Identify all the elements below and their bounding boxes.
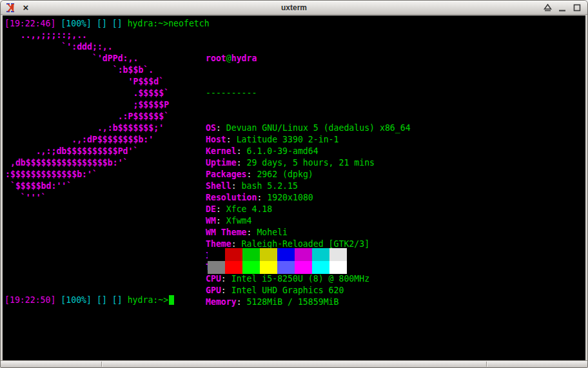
info-label: Kernel (206, 146, 237, 156)
info-label: Packages (206, 169, 247, 179)
info-value: Devuan GNU/Linux 5 (daedalus) x86_64 (221, 123, 411, 133)
palette-swatch (277, 248, 295, 261)
info-value: 2962 (dpkg) (251, 169, 313, 179)
info-label: Uptime (206, 158, 237, 168)
info-row: CPU: Intel i5-8250U (8) @ 800MHz (206, 273, 411, 285)
prompt-segment (107, 19, 112, 28)
info-value: Xfwm4 (221, 216, 252, 226)
info-value: Latitude 3390 2-in-1 (231, 135, 339, 144)
info-colon: : (221, 286, 226, 295)
palette-swatch (295, 248, 312, 261)
info-value: bash 5.2.15 (237, 181, 298, 191)
info-label: Memory (206, 297, 237, 307)
prompt-segment (92, 19, 97, 28)
palette-swatch (260, 261, 277, 274)
close-icon: × (23, 2, 29, 13)
prompt-segment: [100%] (61, 295, 92, 305)
shade-button[interactable] (543, 3, 552, 12)
info-label: OS (206, 123, 216, 133)
info-label: WM Theme (206, 228, 247, 237)
info-value: Intel i5-8250U (8) @ 800MHz (226, 274, 369, 284)
prompt-segment (107, 295, 112, 305)
window-resize-bar[interactable] (1, 360, 587, 367)
palette-swatch (242, 248, 260, 261)
neofetch-host: hydra (231, 53, 257, 63)
palette-swatch (208, 248, 225, 261)
prompt-segment: neofetch (168, 19, 210, 28)
prompt-segment: [] (97, 19, 107, 28)
minimize-button[interactable] (558, 3, 567, 12)
info-label: Resolution (206, 193, 257, 202)
window-title: uxterm (1, 3, 587, 12)
info-colon: : (216, 204, 221, 214)
titlebar[interactable]: × uxterm (1, 1, 587, 15)
palette-swatch (225, 248, 242, 261)
info-label: WM (206, 216, 216, 226)
info-colon: : (231, 239, 237, 249)
prompt-segment: [] (112, 295, 122, 305)
close-button[interactable]: × (21, 3, 31, 13)
uxterm-window: × uxterm [19:22:46] [100%] [] (0, 0, 588, 368)
info-value: 6.1.0-39-amd64 (242, 146, 318, 156)
info-colon: : (231, 181, 237, 191)
neofetch-user: root (206, 53, 226, 63)
palette-swatch (312, 248, 329, 261)
info-colon: : (237, 297, 242, 307)
info-row: Packages: 2962 (dpkg) (206, 169, 411, 180)
terminal-cursor (169, 295, 174, 305)
info-row: GPU: Intel UHD Graphics 620 (206, 285, 411, 296)
prompt-segment: [19:22:46] (5, 19, 55, 28)
resize-handle-left[interactable] (101, 362, 102, 367)
prompt-segment (122, 295, 128, 305)
minimize-icon (558, 4, 566, 12)
prompt-segment (92, 295, 97, 305)
info-label: GPU (206, 286, 221, 295)
xterm-icon (5, 3, 15, 13)
prompt-segment: [100%] (61, 19, 92, 28)
info-value: 29 days, 5 hours, 21 mins (242, 158, 375, 168)
info-row: DE: Xfce 4.18 (206, 204, 411, 215)
color-palette (208, 248, 347, 274)
info-colon: : (237, 158, 242, 168)
prompt-segment (122, 19, 128, 28)
palette-row (208, 248, 347, 261)
palette-swatch (208, 261, 225, 274)
prompt-segment: hydra:~> (128, 19, 169, 28)
palette-swatch (295, 261, 312, 274)
maximize-button[interactable] (573, 3, 582, 12)
info-value: Xfce 4.18 (221, 204, 272, 214)
maximize-icon (573, 4, 581, 12)
prompt-segment: [] (97, 295, 107, 305)
devuan-ascii-logo: ..,,;;;::;,.. `':ddd;:,. `'dPPd:,. `:b$$… (5, 30, 169, 204)
terminal-screen[interactable]: [19:22:46] [100%] [] [] hydra:~>neofetch… (3, 15, 585, 360)
info-row: Shell: bash 5.2.15 (206, 180, 411, 192)
palette-swatch (260, 248, 277, 261)
info-row: OS: Devuan GNU/Linux 5 (daedalus) x86_64 (206, 122, 411, 134)
neofetch-info: root@hydra ---------- OS: Devuan GNU/Lin… (206, 30, 411, 331)
palette-swatch (242, 261, 260, 274)
palette-swatch (329, 261, 347, 274)
info-colon: : (237, 146, 242, 156)
info-value: 5128MiB / 15859MiB (242, 297, 339, 307)
info-row: Host: Latitude 3390 2-in-1 (206, 134, 411, 146)
info-row: WM: Xfwm4 (206, 215, 411, 227)
neofetch-underline: ---------- (206, 88, 411, 99)
palette-swatch (277, 261, 295, 274)
info-colon: : (216, 216, 221, 226)
info-label: Theme (206, 239, 231, 249)
info-colon: : (226, 135, 231, 144)
shade-icon (544, 4, 552, 12)
resize-handle-right[interactable] (486, 362, 487, 367)
palette-swatch (225, 261, 242, 274)
prompt-line-1: [19:22:46] [100%] [] [] hydra:~>neofetch (5, 18, 210, 30)
info-colon: : (216, 123, 221, 133)
palette-row (208, 261, 347, 274)
neofetch-at: @ (226, 53, 231, 63)
info-value: 1920x1080 (262, 193, 313, 202)
info-value: Moheli (251, 228, 288, 237)
palette-swatch (329, 248, 347, 261)
info-colon: : (221, 274, 226, 284)
info-value: Raleigh-Reloaded [GTK2/3] (237, 239, 369, 249)
prompt-segment: hydra:~> (128, 295, 169, 305)
info-row: Uptime: 29 days, 5 hours, 21 mins (206, 157, 411, 169)
